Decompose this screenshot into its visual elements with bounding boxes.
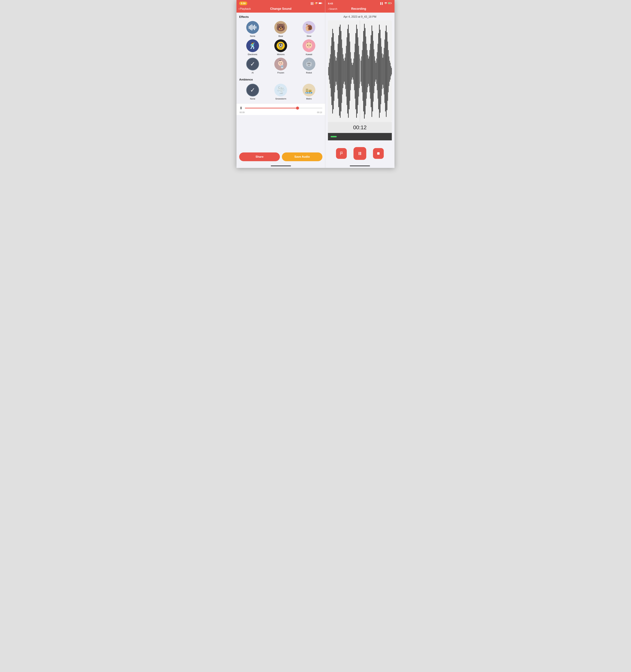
svg-rect-44	[310, 92, 311, 93]
level-bar	[328, 133, 392, 140]
robot-icon	[302, 58, 315, 70]
back-button[interactable]: ‹ Playback	[239, 7, 251, 10]
svg-rect-52	[330, 58, 330, 84]
svg-rect-86	[353, 63, 353, 80]
kawaii-label: Kawaii	[306, 53, 312, 56]
svg-point-30	[309, 61, 310, 61]
left-header: ‹ Playback Change Sound	[237, 6, 325, 13]
svg-rect-87	[354, 58, 354, 84]
recording-timer: 00:12	[328, 122, 392, 133]
svg-rect-1	[319, 3, 321, 4]
frozen-icon	[274, 58, 287, 70]
playback-controls: ⏸	[239, 106, 322, 110]
svg-text:⚡: ⚡	[388, 3, 390, 4]
svg-rect-80	[349, 33, 349, 110]
svg-rect-109	[369, 56, 369, 86]
current-time: 00:09	[240, 111, 245, 114]
svg-rect-137	[388, 50, 389, 92]
svg-rect-85	[352, 65, 353, 78]
svg-rect-95	[359, 54, 360, 88]
effect-bear[interactable]: 🐻 Bear	[267, 21, 294, 37]
frozen-label: Frozen	[277, 71, 284, 74]
playback-slider[interactable]	[245, 106, 322, 110]
right-status-time: 9:43	[328, 2, 333, 5]
svg-point-7	[281, 45, 281, 45]
svg-rect-108	[368, 58, 369, 84]
end-time: 00:13	[317, 111, 322, 114]
svg-rect-94	[358, 46, 359, 97]
ambience-grid: ✓ None 🌪️ Snowstorm	[239, 84, 322, 100]
svg-rect-28	[310, 63, 310, 64]
recording-title: Recording	[337, 7, 380, 10]
svg-rect-73	[344, 61, 345, 82]
svg-rect-106	[367, 50, 367, 92]
svg-rect-64	[338, 44, 338, 99]
svg-point-14	[307, 46, 308, 46]
save-audio-button[interactable]: Save Audio	[282, 152, 322, 161]
robot-label: Robot	[306, 71, 312, 74]
svg-rect-114	[372, 31, 373, 112]
svg-rect-37	[306, 91, 307, 91]
flag-button[interactable]	[336, 148, 347, 159]
metro-label: Metro	[306, 97, 312, 100]
ambience-snowstorm[interactable]: 🌪️ Snowstorm	[267, 84, 294, 100]
ambience-none[interactable]: ✓ None	[239, 84, 266, 100]
svg-rect-126	[381, 38, 381, 104]
svg-rect-144	[359, 152, 360, 155]
effect-robot[interactable]: Robot	[295, 58, 322, 74]
svg-point-13	[310, 45, 311, 46]
left-home-bar	[271, 166, 291, 166]
battery-icon	[319, 2, 322, 5]
search-back-button[interactable]: ‹ Search	[328, 7, 337, 10]
snowstorm-icon: 🌪️	[274, 84, 287, 96]
svg-rect-65	[338, 35, 339, 107]
svg-rect-121	[377, 52, 378, 90]
svg-rect-118	[375, 61, 375, 82]
svg-rect-81	[349, 42, 350, 101]
svg-rect-112	[371, 35, 371, 107]
svg-rect-47	[391, 3, 392, 3]
playback-pause-button[interactable]: ⏸	[239, 106, 243, 110]
svg-rect-111	[370, 44, 371, 99]
svg-rect-136	[387, 42, 388, 101]
effect-kawaii[interactable]: Kawaii	[295, 39, 322, 56]
svg-rect-132	[384, 39, 385, 103]
svg-rect-141	[391, 66, 391, 76]
svg-rect-35	[306, 89, 307, 90]
none-effect-icon	[246, 21, 259, 34]
svg-rect-8	[279, 43, 283, 44]
svg-rect-36	[307, 89, 308, 90]
effect-electronic[interactable]: 🕺 Electronic	[239, 39, 266, 56]
effect-none[interactable]: None	[239, 21, 266, 37]
effect-slow[interactable]: 🐌 Slow	[295, 21, 322, 37]
ai-label: AI	[252, 71, 253, 74]
svg-rect-50	[328, 67, 329, 75]
back-label: Playback	[240, 7, 251, 10]
ai-icon: ✓	[246, 58, 259, 70]
ambience-none-icon: ✓	[246, 84, 259, 96]
ambience-metro[interactable]: Metro	[295, 84, 322, 100]
search-back-label: Search	[329, 7, 337, 10]
svg-rect-117	[374, 56, 375, 86]
svg-point-11	[306, 42, 312, 49]
effect-minions[interactable]: Minions	[267, 39, 294, 56]
time-labels: 00:09 00:13	[239, 111, 322, 114]
svg-rect-116	[374, 49, 374, 93]
svg-rect-88	[354, 52, 355, 90]
svg-rect-27	[308, 63, 308, 64]
effect-frozen[interactable]: Frozen	[267, 58, 294, 74]
stop-recording-button[interactable]	[373, 148, 384, 159]
bear-label: Bear	[278, 35, 283, 37]
svg-rect-135	[387, 32, 387, 110]
svg-rect-138	[389, 56, 389, 86]
recording-date: Apr 4, 2023 at 9_43_18 PM	[328, 15, 392, 18]
effects-section-title: Effects	[239, 15, 322, 19]
svg-rect-67	[340, 25, 341, 118]
right-signal-icon: ▌▌	[380, 2, 383, 5]
share-button[interactable]: Share	[239, 152, 280, 161]
svg-rect-71	[343, 54, 343, 88]
pause-recording-button[interactable]	[354, 147, 366, 160]
svg-point-6	[280, 44, 282, 46]
svg-rect-130	[383, 54, 384, 88]
effect-ai[interactable]: ✓ AI	[239, 58, 266, 74]
